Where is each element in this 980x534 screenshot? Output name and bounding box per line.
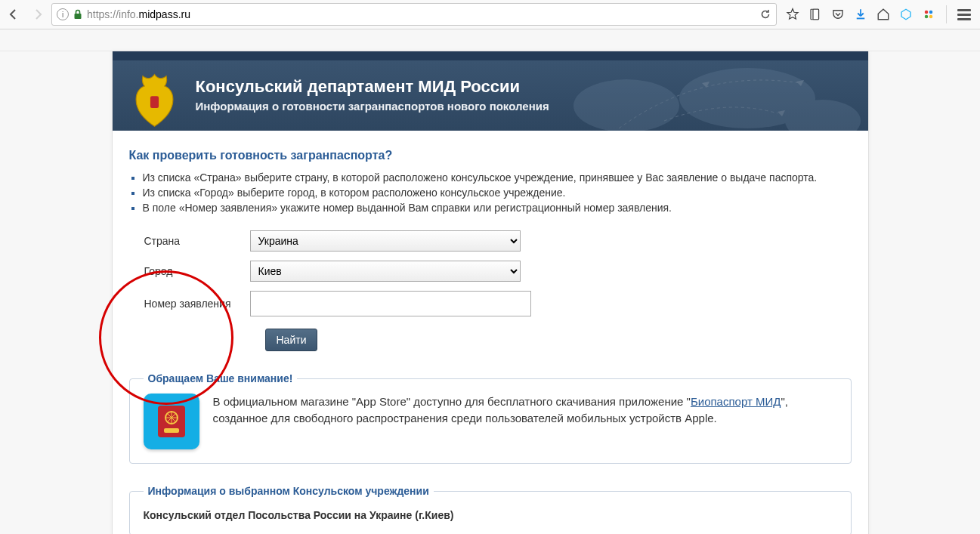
ext2-icon[interactable] (922, 8, 935, 21)
back-button[interactable] (3, 4, 24, 25)
app-icon (144, 394, 199, 449)
consulate-name: Консульский отдел Посольства России на У… (144, 509, 837, 521)
country-select[interactable]: Украина (250, 230, 521, 252)
browser-spacer (0, 29, 980, 51)
svg-point-9 (573, 79, 679, 131)
toolbar-right (780, 5, 977, 23)
top-strip (113, 51, 868, 60)
city-select[interactable]: Киев (250, 261, 521, 282)
forward-button (27, 4, 48, 25)
consulate-info-box: Информация о выбранном Консульском учреж… (129, 485, 852, 534)
browser-toolbar: i https://info.midpass.ru (0, 0, 980, 29)
search-form: Страна Украина Город Киев Номер заявлени… (144, 230, 852, 351)
url-text: https://info.midpass.ru (87, 8, 755, 20)
download-icon[interactable] (854, 8, 867, 21)
instruction-item: Из списка «Город» выберите город, в кото… (143, 187, 852, 199)
world-map-icon (551, 60, 868, 131)
notice-text: В официальном магазине "App Store" досту… (213, 394, 837, 427)
pocket-icon[interactable] (831, 8, 845, 21)
appnum-label: Номер заявления (144, 298, 250, 310)
reload-button[interactable] (759, 8, 771, 20)
svg-rect-0 (75, 14, 82, 19)
svg-point-7 (929, 15, 933, 19)
instruction-item: Из списка «Страна» выберите страну, в ко… (143, 171, 852, 184)
svg-rect-3 (857, 18, 865, 20)
ext1-icon[interactable] (899, 8, 913, 21)
section-question: Как проверить готовность загранпаспорта? (129, 149, 852, 162)
page-container: Консульский департамент МИД России Инфор… (112, 51, 869, 534)
biopassport-link[interactable]: Биопаспорт МИД (691, 395, 781, 408)
find-button[interactable]: Найти (265, 329, 318, 351)
instruction-item: В поле «Номер заявления» укажите номер в… (143, 202, 852, 214)
notice-box: Обращаем Ваше внимание! В официальном ма… (129, 372, 852, 464)
svg-rect-14 (164, 428, 179, 433)
instructions-list: Из списка «Страна» выберите страну, в ко… (143, 171, 852, 214)
address-bar[interactable]: i https://info.midpass.ru (51, 3, 777, 26)
city-label: Город (144, 265, 250, 277)
info-icon[interactable]: i (57, 8, 69, 20)
appnum-input[interactable] (250, 291, 531, 316)
menu-button[interactable] (957, 9, 971, 20)
svg-point-4 (925, 11, 929, 14)
svg-rect-2 (813, 9, 819, 20)
notice-legend: Обращаем Ваше внимание! (144, 372, 298, 384)
page-header: Консульский департамент МИД России Инфор… (113, 60, 868, 131)
svg-point-5 (929, 11, 933, 14)
library-icon[interactable] (808, 8, 822, 21)
consulate-info-legend: Информация о выбранном Консульском учреж… (144, 485, 434, 497)
svg-point-6 (925, 15, 929, 19)
star-icon[interactable] (786, 8, 799, 21)
lock-icon (73, 9, 82, 20)
svg-rect-8 (150, 96, 158, 108)
home-icon[interactable] (876, 8, 890, 21)
coat-of-arms-icon (126, 71, 183, 131)
content: Как проверить готовность загранпаспорта?… (113, 131, 868, 534)
country-label: Страна (144, 235, 250, 247)
